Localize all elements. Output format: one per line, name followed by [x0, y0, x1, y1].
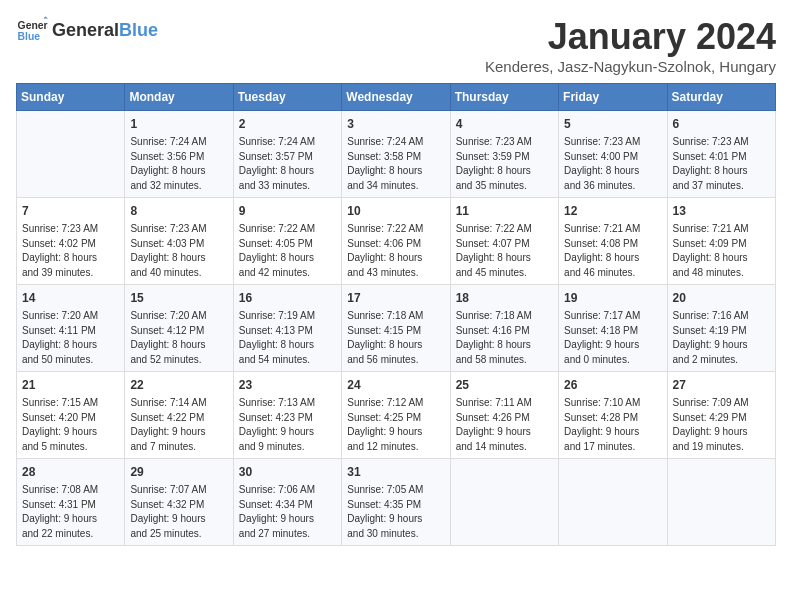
day-info: Sunrise: 7:23 AM Sunset: 4:02 PM Dayligh… — [22, 222, 119, 280]
day-number: 6 — [673, 115, 770, 133]
calendar-cell: 23Sunrise: 7:13 AM Sunset: 4:23 PM Dayli… — [233, 372, 341, 459]
header-cell-tuesday: Tuesday — [233, 84, 341, 111]
logo-blue-text: Blue — [119, 20, 158, 41]
calendar-week-1: 1Sunrise: 7:24 AM Sunset: 3:56 PM Daylig… — [17, 111, 776, 198]
day-info: Sunrise: 7:19 AM Sunset: 4:13 PM Dayligh… — [239, 309, 336, 367]
calendar-cell — [667, 459, 775, 546]
day-number: 26 — [564, 376, 661, 394]
calendar-table: SundayMondayTuesdayWednesdayThursdayFrid… — [16, 83, 776, 546]
calendar-cell: 22Sunrise: 7:14 AM Sunset: 4:22 PM Dayli… — [125, 372, 233, 459]
day-info: Sunrise: 7:11 AM Sunset: 4:26 PM Dayligh… — [456, 396, 553, 454]
svg-text:Blue: Blue — [18, 31, 41, 42]
calendar-cell: 2Sunrise: 7:24 AM Sunset: 3:57 PM Daylig… — [233, 111, 341, 198]
header-cell-saturday: Saturday — [667, 84, 775, 111]
calendar-cell: 9Sunrise: 7:22 AM Sunset: 4:05 PM Daylig… — [233, 198, 341, 285]
calendar-cell: 30Sunrise: 7:06 AM Sunset: 4:34 PM Dayli… — [233, 459, 341, 546]
calendar-cell: 24Sunrise: 7:12 AM Sunset: 4:25 PM Dayli… — [342, 372, 450, 459]
day-info: Sunrise: 7:21 AM Sunset: 4:08 PM Dayligh… — [564, 222, 661, 280]
calendar-header: SundayMondayTuesdayWednesdayThursdayFrid… — [17, 84, 776, 111]
day-number: 20 — [673, 289, 770, 307]
day-info: Sunrise: 7:18 AM Sunset: 4:16 PM Dayligh… — [456, 309, 553, 367]
day-number: 30 — [239, 463, 336, 481]
calendar-week-3: 14Sunrise: 7:20 AM Sunset: 4:11 PM Dayli… — [17, 285, 776, 372]
day-number: 18 — [456, 289, 553, 307]
day-number: 8 — [130, 202, 227, 220]
header-cell-monday: Monday — [125, 84, 233, 111]
day-number: 9 — [239, 202, 336, 220]
day-info: Sunrise: 7:20 AM Sunset: 4:11 PM Dayligh… — [22, 309, 119, 367]
day-info: Sunrise: 7:09 AM Sunset: 4:29 PM Dayligh… — [673, 396, 770, 454]
svg-text:General: General — [18, 20, 48, 31]
calendar-cell: 20Sunrise: 7:16 AM Sunset: 4:19 PM Dayli… — [667, 285, 775, 372]
day-number: 21 — [22, 376, 119, 394]
day-number: 28 — [22, 463, 119, 481]
header-cell-sunday: Sunday — [17, 84, 125, 111]
calendar-cell: 16Sunrise: 7:19 AM Sunset: 4:13 PM Dayli… — [233, 285, 341, 372]
month-title: January 2024 — [485, 16, 776, 58]
day-number: 29 — [130, 463, 227, 481]
calendar-cell: 15Sunrise: 7:20 AM Sunset: 4:12 PM Dayli… — [125, 285, 233, 372]
day-number: 14 — [22, 289, 119, 307]
header-row: SundayMondayTuesdayWednesdayThursdayFrid… — [17, 84, 776, 111]
day-info: Sunrise: 7:23 AM Sunset: 3:59 PM Dayligh… — [456, 135, 553, 193]
header: General Blue GeneralBlue January 2024 Ke… — [16, 16, 776, 75]
day-number: 24 — [347, 376, 444, 394]
day-number: 25 — [456, 376, 553, 394]
day-info: Sunrise: 7:23 AM Sunset: 4:00 PM Dayligh… — [564, 135, 661, 193]
day-number: 1 — [130, 115, 227, 133]
calendar-cell: 21Sunrise: 7:15 AM Sunset: 4:20 PM Dayli… — [17, 372, 125, 459]
day-info: Sunrise: 7:05 AM Sunset: 4:35 PM Dayligh… — [347, 483, 444, 541]
calendar-cell: 31Sunrise: 7:05 AM Sunset: 4:35 PM Dayli… — [342, 459, 450, 546]
day-info: Sunrise: 7:22 AM Sunset: 4:07 PM Dayligh… — [456, 222, 553, 280]
day-number: 2 — [239, 115, 336, 133]
day-info: Sunrise: 7:23 AM Sunset: 4:01 PM Dayligh… — [673, 135, 770, 193]
day-number: 15 — [130, 289, 227, 307]
calendar-body: 1Sunrise: 7:24 AM Sunset: 3:56 PM Daylig… — [17, 111, 776, 546]
day-number: 13 — [673, 202, 770, 220]
day-number: 27 — [673, 376, 770, 394]
calendar-week-4: 21Sunrise: 7:15 AM Sunset: 4:20 PM Dayli… — [17, 372, 776, 459]
logo: General Blue GeneralBlue — [16, 16, 158, 44]
calendar-cell: 29Sunrise: 7:07 AM Sunset: 4:32 PM Dayli… — [125, 459, 233, 546]
calendar-cell: 10Sunrise: 7:22 AM Sunset: 4:06 PM Dayli… — [342, 198, 450, 285]
day-info: Sunrise: 7:21 AM Sunset: 4:09 PM Dayligh… — [673, 222, 770, 280]
day-number: 10 — [347, 202, 444, 220]
day-info: Sunrise: 7:24 AM Sunset: 3:56 PM Dayligh… — [130, 135, 227, 193]
calendar-cell: 4Sunrise: 7:23 AM Sunset: 3:59 PM Daylig… — [450, 111, 558, 198]
calendar-cell: 13Sunrise: 7:21 AM Sunset: 4:09 PM Dayli… — [667, 198, 775, 285]
day-info: Sunrise: 7:22 AM Sunset: 4:06 PM Dayligh… — [347, 222, 444, 280]
calendar-week-5: 28Sunrise: 7:08 AM Sunset: 4:31 PM Dayli… — [17, 459, 776, 546]
calendar-cell: 3Sunrise: 7:24 AM Sunset: 3:58 PM Daylig… — [342, 111, 450, 198]
day-number: 23 — [239, 376, 336, 394]
calendar-cell: 5Sunrise: 7:23 AM Sunset: 4:00 PM Daylig… — [559, 111, 667, 198]
day-info: Sunrise: 7:14 AM Sunset: 4:22 PM Dayligh… — [130, 396, 227, 454]
calendar-cell: 1Sunrise: 7:24 AM Sunset: 3:56 PM Daylig… — [125, 111, 233, 198]
day-info: Sunrise: 7:15 AM Sunset: 4:20 PM Dayligh… — [22, 396, 119, 454]
day-info: Sunrise: 7:24 AM Sunset: 3:57 PM Dayligh… — [239, 135, 336, 193]
day-info: Sunrise: 7:07 AM Sunset: 4:32 PM Dayligh… — [130, 483, 227, 541]
title-area: January 2024 Kenderes, Jasz-Nagykun-Szol… — [485, 16, 776, 75]
day-number: 12 — [564, 202, 661, 220]
day-info: Sunrise: 7:06 AM Sunset: 4:34 PM Dayligh… — [239, 483, 336, 541]
day-number: 17 — [347, 289, 444, 307]
header-cell-thursday: Thursday — [450, 84, 558, 111]
calendar-cell — [17, 111, 125, 198]
day-info: Sunrise: 7:16 AM Sunset: 4:19 PM Dayligh… — [673, 309, 770, 367]
header-cell-wednesday: Wednesday — [342, 84, 450, 111]
day-number: 19 — [564, 289, 661, 307]
day-info: Sunrise: 7:17 AM Sunset: 4:18 PM Dayligh… — [564, 309, 661, 367]
day-number: 31 — [347, 463, 444, 481]
calendar-cell: 25Sunrise: 7:11 AM Sunset: 4:26 PM Dayli… — [450, 372, 558, 459]
calendar-cell: 12Sunrise: 7:21 AM Sunset: 4:08 PM Dayli… — [559, 198, 667, 285]
svg-marker-2 — [43, 16, 48, 18]
day-number: 4 — [456, 115, 553, 133]
calendar-cell: 27Sunrise: 7:09 AM Sunset: 4:29 PM Dayli… — [667, 372, 775, 459]
calendar-cell: 26Sunrise: 7:10 AM Sunset: 4:28 PM Dayli… — [559, 372, 667, 459]
day-info: Sunrise: 7:23 AM Sunset: 4:03 PM Dayligh… — [130, 222, 227, 280]
day-info: Sunrise: 7:18 AM Sunset: 4:15 PM Dayligh… — [347, 309, 444, 367]
day-number: 3 — [347, 115, 444, 133]
day-number: 7 — [22, 202, 119, 220]
location-title: Kenderes, Jasz-Nagykun-Szolnok, Hungary — [485, 58, 776, 75]
day-info: Sunrise: 7:08 AM Sunset: 4:31 PM Dayligh… — [22, 483, 119, 541]
calendar-cell: 8Sunrise: 7:23 AM Sunset: 4:03 PM Daylig… — [125, 198, 233, 285]
